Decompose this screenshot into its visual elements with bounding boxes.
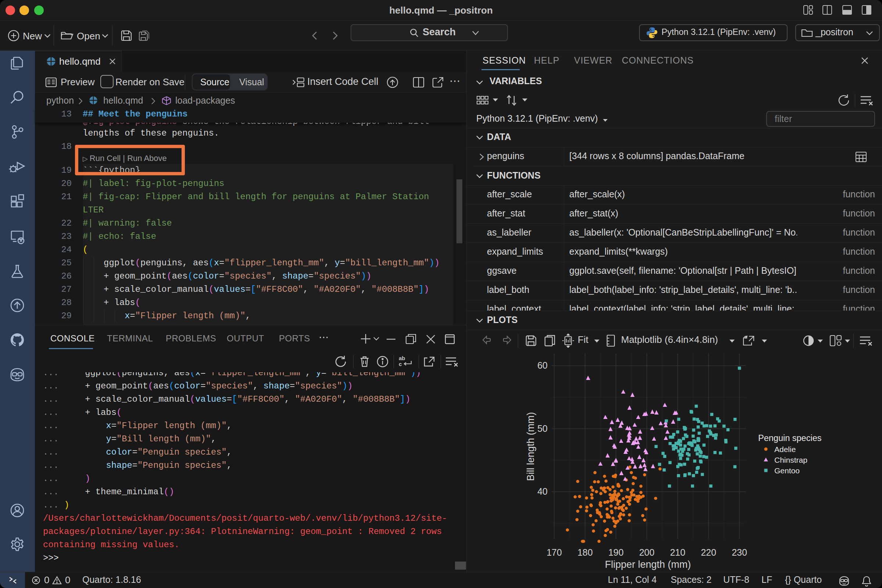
svg-text:200: 200 [639, 547, 654, 558]
svg-text:Adelie: Adelie [774, 445, 796, 453]
svg-text:230: 230 [732, 547, 747, 558]
svg-text:ab: ab [399, 355, 405, 361]
svg-text:Penguin species: Penguin species [758, 433, 821, 443]
svg-text:180: 180 [578, 547, 593, 558]
svg-text:50: 50 [537, 423, 548, 434]
svg-text:Bill length (mm): Bill length (mm) [525, 412, 536, 481]
svg-text:c: c [399, 361, 402, 367]
svg-text:Chinstrap: Chinstrap [774, 456, 807, 464]
svg-text:170: 170 [546, 547, 562, 558]
svg-text:40: 40 [537, 486, 548, 496]
svg-text:220: 220 [701, 547, 716, 558]
svg-text:Flipper length (mm): Flipper length (mm) [605, 559, 691, 570]
svg-text:210: 210 [670, 547, 686, 558]
svg-text:60: 60 [537, 360, 548, 370]
svg-text:190: 190 [608, 547, 624, 558]
svg-text:Gentoo: Gentoo [774, 466, 800, 475]
